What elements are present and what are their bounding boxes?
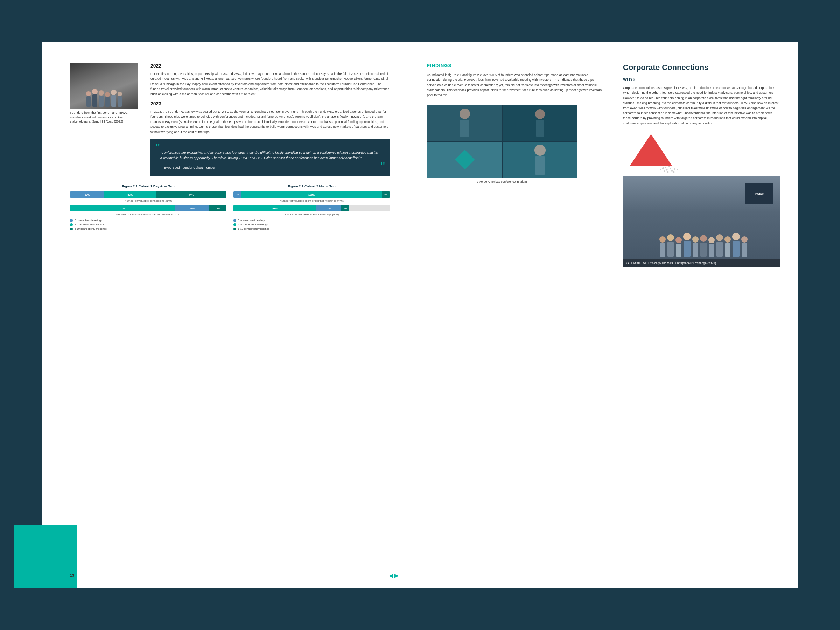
legend-dot-teal-2 <box>234 223 236 226</box>
svg-point-2 <box>666 169 668 171</box>
legend-label-15: 1-5 connections/meetings <box>74 223 104 226</box>
emerge-photo-container: eMerge Americas conference in Miami <box>427 105 578 183</box>
conference-photo-caption: eMerge Americas conference in Miami <box>427 180 578 183</box>
close-quote-mark: " <box>381 160 385 173</box>
page-number: 13 <box>70 573 74 578</box>
bar-seg-44: 44% <box>156 191 226 198</box>
findings-column: FINDINGS As indicated in figure 2.1 and … <box>409 42 613 588</box>
svg-point-5 <box>667 171 669 173</box>
corporate-connections-text: Corporate connections, as designed in TE… <box>623 85 780 126</box>
corporate-connections-column: Corporate Connections WHY? Corporate con… <box>613 42 798 588</box>
quote-author: - TEWG Seed Founder Cohort member <box>158 166 383 169</box>
legend-label-15-2: 1-5 connections/meetings <box>238 223 268 226</box>
legend-dot-blue <box>70 219 73 222</box>
svg-point-12 <box>668 166 670 167</box>
findings-text: As indicated in figure 2.1 and figure 2.… <box>427 73 602 98</box>
right-column: 2022 For the first cohort, GET Cities, i… <box>150 63 390 176</box>
right-page: FINDINGS As indicated in figure 2.1 and … <box>409 42 798 588</box>
left-page: Founders from the first cohort and TEWG … <box>42 42 409 588</box>
svg-point-8 <box>673 171 675 173</box>
quote-block: " "Conferences are expensive, and as ear… <box>150 139 390 176</box>
page-spread: Founders from the first cohort and TEWG … <box>42 42 798 588</box>
svg-point-3 <box>669 167 671 169</box>
chart-1-legend: 0 connections/meetings 1-5 connections/m… <box>70 219 226 230</box>
chart-2-legend: 0 connections/meetings 1-5 connections/m… <box>234 219 390 230</box>
prev-arrow[interactable]: ◀ <box>389 572 393 579</box>
next-arrow[interactable]: ▶ <box>395 572 399 579</box>
legend-label-0: 0 connections/meetings <box>74 219 102 222</box>
svg-point-10 <box>660 169 662 171</box>
group-photo: inStatk <box>623 176 780 267</box>
svg-marker-0 <box>630 134 672 166</box>
year-2022-text: For the first cohort, GET Cities, in par… <box>150 71 390 96</box>
legend-dot-teal <box>70 223 73 226</box>
year-2022-heading: 2022 <box>150 63 390 69</box>
bar-seg-11: 11% <box>209 205 226 212</box>
quote-text: "Conferences are expensive, and as early… <box>158 145 383 163</box>
year-2023-text: In 2023, the Founder Roadshow was scaled… <box>150 109 390 134</box>
chart-1-bar-2: 67% 22% 11% Number of valuable client or… <box>70 205 226 216</box>
bar-seg-16: 16% <box>316 205 342 212</box>
corporate-connections-title: Corporate Connections <box>623 63 780 72</box>
group-photo-caption: GET Miami, GET Chicago and WBC Entrepren… <box>623 259 780 267</box>
legend-label-610: 6-10 connections/ meetings <box>74 227 107 230</box>
why-heading: WHY? <box>623 77 780 82</box>
chart-1: Figure 2.1 Cohort 1 Bay Area Trip 22% 33… <box>70 184 226 231</box>
chart-1-bar-1: 22% 33% 44% Number of valuable connectio… <box>70 191 226 202</box>
bar-seg-0c: 0% <box>341 205 349 212</box>
chart-2-bar-1: 0% 100% 0% Number of valuable client or … <box>234 191 390 202</box>
legend-dot-dark-teal <box>70 227 73 230</box>
legend-label-0-2: 0 connections/meetings <box>238 219 266 222</box>
chart-1-bar-1-label: Number of valuable connections (n=9) <box>70 199 226 202</box>
legend-dot-dark-teal-2 <box>234 227 236 230</box>
triangle-svg <box>623 131 679 172</box>
svg-point-1 <box>662 167 664 169</box>
svg-point-4 <box>663 171 665 172</box>
founders-photo <box>70 63 138 109</box>
nav-arrows[interactable]: ◀ ▶ <box>389 572 399 579</box>
charts-section: Figure 2.1 Cohort 1 Bay Area Trip 22% 33… <box>70 184 390 231</box>
bar-seg-22b: 22% <box>175 205 209 212</box>
bar-seg-67: 67% <box>70 205 175 212</box>
chart-1-title: Figure 2.1 Cohort 1 Bay Area Trip <box>70 184 226 188</box>
group-photo-container: inStatk <box>623 176 780 267</box>
chart-2-bar-2-label: Number of valuable investor meetings (n=… <box>234 213 390 216</box>
legend-label-610-2: 6-10 connections/meetings <box>238 227 270 230</box>
chart-2-bar-1-label: Number of valuable client or partner mee… <box>234 199 390 202</box>
open-quote-mark: " <box>155 142 160 155</box>
bar-seg-0b: 0% <box>382 191 390 198</box>
chart-1-bar-2-label: Number of valuable client or partner mee… <box>70 213 226 216</box>
founders-photo-caption: Founders from the first cohort and TEWG … <box>70 111 140 124</box>
svg-point-7 <box>674 168 676 170</box>
bar-seg-33: 33% <box>104 191 156 198</box>
findings-heading: FINDINGS <box>427 63 602 68</box>
bar-seg-100: 100% <box>241 191 382 198</box>
svg-point-9 <box>677 169 678 171</box>
year-2023-heading: 2023 <box>150 101 390 106</box>
bar-seg-53: 53% <box>234 205 316 212</box>
legend-dot-blue-2 <box>234 219 236 222</box>
chart-2-title: Figure 2.2 Cohort 2 Miami Trip <box>234 184 390 188</box>
svg-point-11 <box>665 167 666 168</box>
triangle-decoration <box>623 131 780 172</box>
svg-point-6 <box>671 170 673 172</box>
chart-2-bar-2: 53% 16% 0% Number of valuable investor m… <box>234 205 390 216</box>
bar-seg-22: 22% <box>70 191 104 198</box>
emerge-photo <box>427 105 578 178</box>
bar-seg-0a: 0% <box>234 191 241 198</box>
left-column: Founders from the first cohort and TEWG … <box>70 63 140 176</box>
chart-2: Figure 2.2 Cohort 2 Miami Trip 0% 100% 0… <box>234 184 390 231</box>
